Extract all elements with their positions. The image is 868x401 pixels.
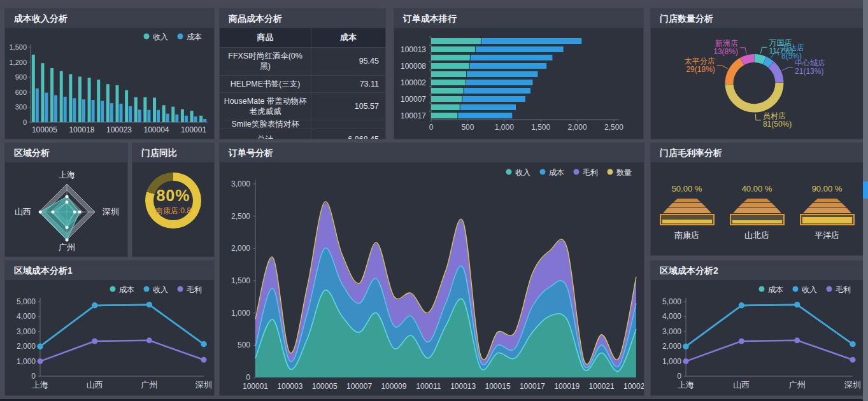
panel-cost-income: 成本收入分析 收入成本03006009001,2001,500100005100… [5,9,214,139]
svg-text:收入: 收入 [802,285,817,294]
table-row[interactable]: Smile笑脸表情对杯 [220,120,385,129]
svg-text:2,500: 2,500 [604,123,623,132]
svg-text:成本: 成本 [768,285,783,294]
svg-text:5,000: 5,000 [17,297,36,306]
svg-text:500: 500 [461,123,474,132]
svg-text:3,000: 3,000 [17,327,36,336]
table-row[interactable]: HouseMate 带盖动物杯 老虎威威105.57 [220,92,385,120]
svg-text:1,000: 1,000 [662,357,681,366]
panel-order-analysis: 订单号分析 收入成本毛利数量05001,0001,5002,0002,5003,… [220,143,644,395]
yoy-gauge-ring[interactable] [145,172,201,229]
svg-text:100013: 100013 [401,45,426,54]
svg-text:100017: 100017 [401,111,426,120]
product-name-cell: HELPME书签(三支) [220,75,311,92]
panel-title-store-count: 门店数量分析 [651,9,863,28]
svg-text:100015: 100015 [485,382,511,391]
vertical-scrollbar-track[interactable] [863,0,868,401]
bi-dashboard: 成本收入分析 收入成本03006009001,2001,500100005100… [0,0,868,401]
svg-text:3,000: 3,000 [231,179,250,188]
svg-text:数量: 数量 [616,168,632,177]
svg-text:1,500: 1,500 [231,276,250,285]
panel-region-cost-1: 区域成本分析1 成本收入毛利01,0002,0003,0004,0005,000… [5,261,214,395]
table-row[interactable]: FFXS时尚红酒伞(0%黑)95.45 [220,48,385,76]
product-cost-table[interactable]: 商品成本FFXS时尚红酒伞(0%黑)95.45HELPME书签(三支)73.11… [220,28,385,139]
svg-text:1,500: 1,500 [531,123,550,132]
svg-text:新洲店: 新洲店 [715,39,738,48]
vertical-scrollbar-thumb[interactable] [863,181,868,199]
svg-text:毛利: 毛利 [836,285,851,294]
svg-text:29(18%): 29(18%) [686,65,715,74]
panel-store-count: 门店数量分析 万国店11(7%)万达店8(5%)中心城店21(13%)员村店81… [651,9,863,139]
svg-text:100018: 100018 [69,125,94,134]
store-margin-item[interactable]: 90.00 %平洋店 [797,184,858,241]
table-row[interactable]: HELPME书签(三支)73.11 [220,75,385,92]
svg-text:员村店: 员村店 [763,111,786,120]
svg-text:100004: 100004 [144,125,169,134]
panel-title-store-margin: 门店毛利率分析 [651,143,863,162]
svg-text:2,000: 2,000 [662,342,681,351]
svg-text:100003: 100003 [277,382,302,391]
svg-text:山西: 山西 [15,207,31,216]
product-name-cell: FFXS时尚红酒伞(0%黑) [220,48,311,76]
svg-text:0: 0 [23,118,27,126]
panel-order-cost-rank: 订单成本排行 05001,0001,5002,0002,500100013100… [394,9,643,139]
svg-text:100002: 100002 [401,78,426,87]
svg-text:600: 600 [15,88,27,96]
column-header: 成本 [311,28,385,48]
svg-text:收入: 收入 [515,168,530,177]
svg-text:2,000: 2,000 [568,123,587,132]
svg-text:100011: 100011 [416,382,441,391]
cost-value-cell: 95.45 [311,48,385,76]
svg-text:4,000: 4,000 [662,312,681,321]
store-stack-icon [727,199,788,225]
margin-percent-value: 90.00 % [797,184,858,193]
svg-text:0: 0 [31,372,36,381]
store-stack-icon [657,199,718,225]
svg-text:毛利: 毛利 [187,285,202,294]
svg-text:500: 500 [238,341,250,349]
store-name-label: 平洋店 [797,230,858,241]
svg-text:2,500: 2,500 [231,212,250,221]
region-radar-chart[interactable]: 上海深圳广州山西 [5,162,127,257]
panel-title-order-analysis: 订单号分析 [220,143,644,162]
panel-product-cost: 商品成本分析 商品成本FFXS时尚红酒伞(0%黑)95.45HELPME书签(三… [220,9,385,139]
svg-text:1,500: 1,500 [9,43,27,51]
region-cost-2-line-chart[interactable]: 成本收入毛利01,0002,0003,0004,0005,000上海山西广州深圳 [651,280,863,395]
product-name-cell: Smile笑脸表情对杯 [220,120,311,129]
product-name-cell: HouseMate 带盖动物杯 老虎威威 [220,92,311,120]
margin-percent-value: 50.00 % [657,184,718,193]
store-name-label: 山北店 [727,230,788,241]
svg-text:100019: 100019 [554,382,580,391]
svg-text:100008: 100008 [401,62,426,71]
store-margin-item[interactable]: 50.00 %南康店 [657,184,718,241]
store-margin-item[interactable]: 40.00 %山北店 [727,184,788,241]
order-cost-rank-hbar-chart[interactable]: 05001,0001,5002,0002,5001000131000081000… [394,28,643,139]
order-analysis-area-chart[interactable]: 收入成本毛利数量05001,0001,5002,0002,5003,000100… [220,162,644,395]
svg-text:山西: 山西 [733,380,750,390]
svg-text:0: 0 [246,373,250,382]
svg-text:100013: 100013 [450,382,476,391]
store-count-donut-chart[interactable]: 万国店11(7%)万达店8(5%)中心城店21(13%)员村店81(50%)太平… [651,28,863,139]
region-cost-1-line-chart[interactable]: 成本收入毛利01,0002,0003,0004,0005,000上海山西广州深圳 [5,280,214,395]
svg-text:收入: 收入 [153,32,168,41]
store-margin-gauges[interactable]: 50.00 %南康店40.00 %山北店90.00 %平洋店 [651,162,863,241]
svg-text:100017: 100017 [520,382,545,391]
svg-text:100009: 100009 [381,382,406,391]
svg-text:上海: 上海 [678,380,694,390]
panel-region-cost-2: 区域成本分析2 成本收入毛利01,0002,0003,0004,0005,000… [651,261,863,395]
svg-text:4,000: 4,000 [17,312,36,321]
svg-text:深圳: 深圳 [844,380,861,390]
panel-title-cost-income: 成本收入分析 [5,9,214,28]
cost-income-bar-chart[interactable]: 收入成本03006009001,2001,5001000051000181000… [5,28,214,139]
panel-store-yoy: 门店同比 80% 南康店:0.8 [132,143,214,257]
svg-text:广州: 广州 [59,243,75,252]
svg-text:5,000: 5,000 [662,297,681,306]
column-header: 商品 [220,28,311,48]
panel-store-margin: 门店毛利率分析 50.00 %南康店40.00 %山北店90.00 %平洋店 [651,143,863,255]
svg-text:100007: 100007 [401,95,426,104]
total-value-cell: 6,868.45 [311,129,385,139]
svg-text:81(50%): 81(50%) [763,120,792,129]
svg-text:100021: 100021 [589,382,615,391]
margin-fill-level [732,220,782,223]
cost-value-cell [311,120,385,129]
